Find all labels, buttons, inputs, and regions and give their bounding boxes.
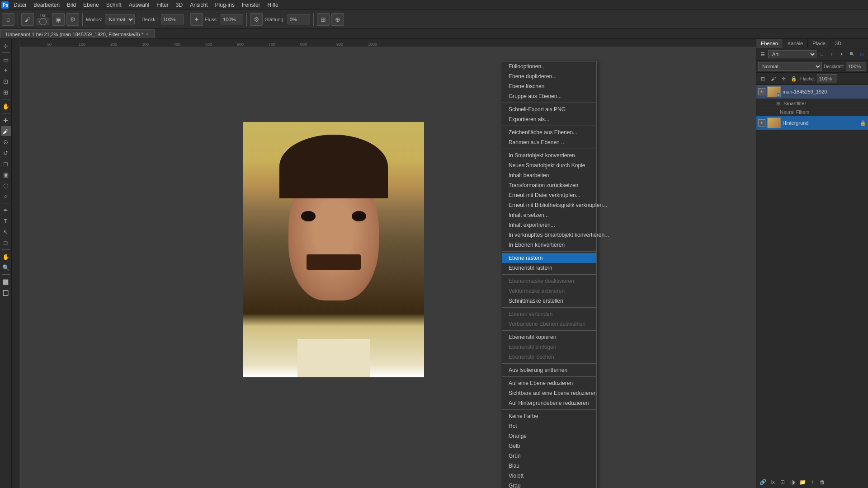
airbrush-button[interactable]: ✦ (190, 13, 203, 26)
ctx-gelb[interactable]: Gelb (502, 441, 596, 451)
lock-move-btn[interactable]: ✛ (779, 74, 788, 83)
ctx-schnittmaske[interactable]: Schnittmaske erstellen (502, 296, 596, 306)
blend-mode-select[interactable]: Normal (758, 62, 822, 71)
document-tab[interactable]: Unbenannt-1 bei 21,2% (man-1845259_1920,… (0, 29, 155, 38)
menu-3d[interactable]: 3D (172, 0, 186, 10)
background-color[interactable]: ◻ (1, 287, 11, 297)
layer-filter-toggle[interactable]: ⊙ (857, 50, 866, 59)
ctx-grau[interactable]: Grau (502, 481, 596, 488)
ctx-in-verknuepftes[interactable]: In verknüpftes Smartobjekt konvertieren.… (502, 230, 596, 240)
flow-input[interactable] (221, 14, 243, 24)
menu-schrift[interactable]: Schrift (103, 0, 125, 10)
ctx-schnell-export[interactable]: Schnell-Export als PNG (502, 104, 596, 114)
ctx-sichtbare-reduzieren[interactable]: Sichtbare auf eine Ebene reduzieren (502, 388, 596, 398)
menu-bild[interactable]: Bild (63, 0, 80, 10)
ctx-exportieren-als[interactable]: Exportieren als... (502, 114, 596, 124)
ctx-auf-hintergrund-reduzieren[interactable]: Auf Hintergrundebene reduzieren (502, 398, 596, 408)
group-layers-button[interactable]: 📁 (798, 478, 807, 487)
canvas-area[interactable]: 50 100 200 300 400 500 600 700 800 900 1… (20, 39, 756, 488)
layer-item-background[interactable]: 👁 Hintergrund 🔒 (756, 116, 868, 130)
object-select-tool[interactable]: ⊡ (1, 76, 11, 86)
ctx-ebenenstil-rastern[interactable]: Ebenenstil rastern (502, 263, 596, 273)
history-brush-tool[interactable]: ↺ (1, 148, 11, 158)
menu-fenster[interactable]: Fenster (238, 0, 264, 10)
ctx-erneut-datei[interactable]: Erneut mit Datei verknüpfen... (502, 190, 596, 200)
ctx-in-smartobjekt[interactable]: In Smartobjekt konvertieren (502, 150, 596, 160)
ctx-ebene-duplizieren[interactable]: Ebene duplizieren... (502, 71, 596, 81)
tab-ebenen[interactable]: Ebenen (756, 39, 783, 48)
lock-paint-btn[interactable]: 🖌 (769, 74, 778, 83)
ctx-inhalt-ersetzen[interactable]: Inhalt ersetzen... (502, 210, 596, 220)
tab-3d[interactable]: 3D (830, 39, 846, 48)
menu-bearbeiten[interactable]: Bearbeiten (30, 0, 63, 10)
layer-style-button[interactable]: fx (768, 478, 777, 487)
tab-pfade[interactable]: Pfade (808, 39, 830, 48)
ctx-ebene-rastern[interactable]: Ebene rastern (502, 253, 596, 263)
menu-ansicht[interactable]: Ansicht (186, 0, 211, 10)
menu-plugins[interactable]: Plug-ins (212, 0, 238, 10)
ctx-inhalt-bearbeiten[interactable]: Inhalt bearbeiten (502, 170, 596, 180)
mode-select[interactable]: Normal (105, 14, 135, 24)
ctx-gruen[interactable]: Grün (502, 451, 596, 461)
layer-attr-btn-2[interactable]: T (827, 50, 836, 59)
ctx-auf-ebene-reduzieren[interactable]: Auf eine Ebene reduzieren (502, 378, 596, 388)
move-tool[interactable]: ⊹ (1, 41, 11, 51)
delete-layer-button[interactable]: 🗑 (818, 478, 827, 487)
layer-attr-btn-1[interactable]: □ (817, 50, 826, 59)
layer-attr-btn-3[interactable]: ✦ (837, 50, 846, 59)
brush-tool-button[interactable]: 🖌 (21, 13, 34, 26)
layer-attr-btn-4[interactable]: 🔍 (847, 50, 856, 59)
ctx-erneut-bibliothek[interactable]: Erneut mit Bibliotheksgrafik verknüpfen.… (502, 200, 596, 210)
home-button[interactable]: ⌂ (2, 13, 14, 26)
brush-options-button[interactable]: ◉ (52, 13, 65, 26)
eyedropper-tool[interactable]: ✋ (1, 101, 11, 111)
brush-tool[interactable]: 🖌 (1, 126, 11, 136)
ctx-aus-isolierung[interactable]: Aus Isolierung entfernen (502, 365, 596, 375)
lasso-tool[interactable]: ⌖ (1, 66, 11, 75)
shape-tool[interactable]: □ (1, 238, 11, 248)
fill-input[interactable] (817, 74, 837, 83)
layer-mask-button[interactable]: ⊡ (778, 478, 787, 487)
link-layers-button[interactable]: 🔗 (758, 478, 767, 487)
smoothing-input[interactable] (288, 14, 310, 24)
zoom-tool[interactable]: 🔍 (1, 263, 11, 272)
ctx-zeichenflaeche[interactable]: Zeichenfläche aus Ebenen... (502, 127, 596, 137)
ctx-violett[interactable]: Violett (502, 471, 596, 481)
blur-tool[interactable]: ◌ (1, 180, 11, 190)
smoothing-settings-button[interactable]: ⚙ (250, 13, 263, 26)
ctx-blau[interactable]: Blau (502, 461, 596, 471)
filter-type-button[interactable]: ☰ (758, 50, 767, 59)
foreground-color[interactable]: ◼ (1, 277, 11, 286)
new-layer-button[interactable]: + (808, 478, 817, 487)
path-select-tool[interactable]: ↖ (1, 227, 11, 237)
ctx-orange[interactable]: Orange (502, 431, 596, 441)
brush-settings-button[interactable]: ⚙ (66, 13, 79, 26)
ctx-in-ebenen[interactable]: In Ebenen konvertieren (502, 240, 596, 250)
ctx-ebenenstil-kopieren[interactable]: Ebenenstil kopieren (502, 332, 596, 342)
brush-size-preview[interactable] (37, 18, 49, 25)
ctx-inhalt-exportieren[interactable]: Inhalt exportieren... (502, 220, 596, 230)
menu-ebene[interactable]: Ebene (80, 0, 103, 10)
gradient-tool[interactable]: ▣ (1, 169, 11, 179)
menu-hilfe[interactable]: Hilfe (264, 0, 282, 10)
canvas-container[interactable] (20, 47, 756, 488)
lock-transparent-btn[interactable]: ⊡ (758, 74, 767, 83)
pen-tool[interactable]: ✒ (1, 205, 11, 215)
menu-datei[interactable]: Datei (10, 0, 30, 10)
adjustment-layer-button[interactable]: ◑ (788, 478, 797, 487)
ctx-fulloptionen[interactable]: Füllooptionen... (502, 61, 596, 71)
layer-item-smartobject[interactable]: 👁 S man-1845259_1920 (756, 85, 868, 99)
deck-input[interactable] (161, 14, 184, 24)
ctx-rahmen-aus-ebenen[interactable]: Rahmen aus Ebenen ... (502, 137, 596, 147)
ctx-ebene-loeschen[interactable]: Ebene löschen (502, 81, 596, 91)
opacity-input[interactable] (846, 62, 866, 71)
extra-options-button[interactable]: ⊞ (317, 13, 330, 26)
ctx-transformation[interactable]: Transformation zurücksetzen (502, 180, 596, 190)
dodge-tool[interactable]: ○ (1, 191, 11, 201)
ctx-keine-farbe[interactable]: Keine Farbe (502, 411, 596, 421)
ctx-neues-smartobjekt[interactable]: Neues Smartobjekt durch Kopie (502, 160, 596, 170)
menu-filter[interactable]: Filter (153, 0, 172, 10)
ctx-gruppe-aus-ebenen[interactable]: Gruppe aus Ebenen... (502, 91, 596, 101)
stamp-tool[interactable]: ⊙ (1, 137, 11, 147)
ctx-rot[interactable]: Rot (502, 421, 596, 431)
